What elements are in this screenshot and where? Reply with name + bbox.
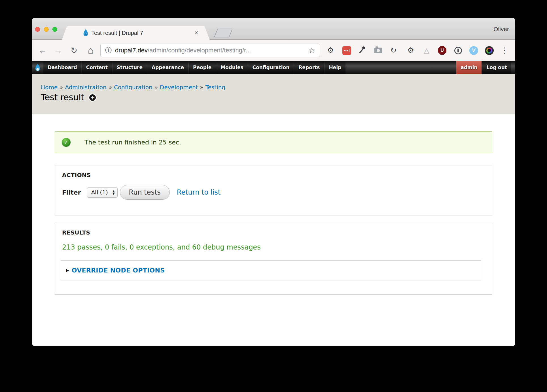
dev-gear-extension-icon[interactable]: ⚙ [406, 46, 415, 55]
camera-extension-icon[interactable] [373, 46, 383, 55]
close-window-button[interactable] [35, 27, 40, 32]
breadcrumb-separator: » [60, 84, 63, 91]
browser-navbar: ← → ↻ ⌂ ⓘ drupal7.dev /admin/config/deve… [32, 40, 515, 61]
drupal-logo-icon[interactable] [32, 61, 43, 74]
google-drive-extension-icon[interactable]: △ [422, 46, 431, 55]
toolbar-item-people[interactable]: People [189, 61, 216, 74]
drupal-admin-toolbar: Dashboard Content Structure Appearance P… [32, 61, 515, 74]
toolbar-item-appearance[interactable]: Appearance [147, 61, 188, 74]
toolbar-item-reports[interactable]: Reports [294, 61, 324, 74]
select-arrows-icon: ▲▼ [113, 190, 115, 195]
address-bar[interactable]: ⓘ drupal7.dev /admin/config/development/… [100, 44, 320, 57]
run-tests-button[interactable]: Run tests [120, 185, 170, 200]
breadcrumb-home[interactable]: Home [41, 84, 58, 91]
reload-icon[interactable]: ↻ [68, 40, 80, 61]
filter-select[interactable]: All (1) ▲▼ [87, 187, 117, 198]
toolbar-item-configuration[interactable]: Configuration [248, 61, 294, 74]
override-node-options-link[interactable]: OVERRIDE NODE OPTIONS [72, 267, 165, 274]
override-node-options-fieldset[interactable]: ▶ OVERRIDE NODE OPTIONS [61, 260, 481, 280]
breadcrumb: Home»Administration»Configuration»Develo… [41, 84, 225, 91]
camera-lens-extension-icon[interactable] [484, 46, 494, 55]
filter-label: Filter [62, 189, 81, 196]
home-icon[interactable]: ⌂ [85, 40, 97, 61]
breadcrumb-testing[interactable]: Testing [205, 84, 225, 91]
forward-icon: → [52, 40, 64, 61]
zoom-window-button[interactable] [52, 27, 57, 32]
browser-window: Test result | Drupal 7 × Oliver ← → ↻ ⌂ … [32, 18, 515, 346]
actions-fieldset: ACTIONS Filter All (1) ▲▼ Run tests Retu… [55, 165, 492, 215]
results-fieldset: RESULTS 213 passes, 0 fails, 0 exception… [55, 223, 492, 295]
filter-row: Filter All (1) ▲▼ Run tests Return to li… [62, 185, 221, 200]
settings-gear-extension-icon[interactable]: ⚙ [326, 46, 335, 55]
back-icon[interactable]: ← [37, 40, 49, 61]
breadcrumb-administration[interactable]: Administration [65, 84, 106, 91]
breadcrumb-separator: » [109, 84, 112, 91]
browser-tab[interactable]: Test result | Drupal 7 × [62, 26, 210, 40]
toolbar-item-help[interactable]: Help [325, 61, 345, 74]
actions-legend: ACTIONS [62, 172, 91, 178]
return-to-list-link[interactable]: Return to list [177, 188, 221, 196]
lastpass-extension-icon[interactable]: ••• [342, 46, 351, 55]
breadcrumb-separator: » [154, 84, 158, 91]
drupal-favicon-icon [83, 29, 89, 38]
toolbar-item-dashboard[interactable]: Dashboard [43, 61, 81, 74]
tab-refresh-extension-icon[interactable]: ↻ [389, 46, 398, 55]
page-header: Home»Administration»Configuration»Develo… [32, 74, 515, 114]
results-summary: 213 passes, 0 fails, 0 exceptions, and 6… [62, 243, 261, 251]
breadcrumb-configuration[interactable]: Configuration [114, 84, 152, 91]
breadcrumb-separator: » [200, 84, 203, 91]
toolbar-item-content[interactable]: Content [82, 61, 112, 74]
filter-select-value: All (1) [91, 189, 108, 196]
collapse-arrow-icon: ▶ [66, 268, 69, 272]
tab-close-icon[interactable]: × [193, 26, 200, 39]
bookmark-star-icon[interactable]: ☆ [308, 46, 315, 55]
status-message: ✓ The test run finished in 25 sec. [55, 131, 492, 153]
url-domain: drupal7.dev [115, 47, 148, 54]
browser-menu-icon[interactable]: ⋮ [500, 46, 509, 55]
minimize-window-button[interactable] [44, 27, 49, 32]
toolbar-item-modules[interactable]: Modules [216, 61, 247, 74]
tab-strip: Test result | Drupal 7 × Oliver [32, 18, 515, 40]
page-title: Test result+ [41, 92, 96, 102]
status-message-text: The test run finished in 25 sec. [84, 139, 181, 146]
browser-profile-name[interactable]: Oliver [493, 26, 509, 33]
new-tab-button[interactable] [214, 29, 233, 37]
eyedropper-extension-icon[interactable] [357, 46, 366, 55]
add-shortcut-icon[interactable]: + [89, 94, 96, 101]
toolbar-logout[interactable]: Log out [482, 61, 511, 74]
toolbar-item-structure[interactable]: Structure [113, 61, 147, 74]
results-legend: RESULTS [62, 229, 90, 236]
vanilla-extension-icon[interactable]: V [469, 46, 478, 55]
toolbar-user-admin[interactable]: admin [456, 61, 482, 74]
password-manager-extension-icon[interactable] [453, 46, 463, 55]
url-path: /admin/config/development/testing/r... [148, 47, 306, 54]
status-ok-icon: ✓ [62, 138, 71, 147]
page-info-icon[interactable]: ⓘ [105, 46, 112, 55]
tab-title: Test result | Drupal 7 [91, 26, 143, 40]
ublock-origin-extension-icon[interactable]: U [437, 46, 447, 55]
breadcrumb-development[interactable]: Development [160, 84, 198, 91]
